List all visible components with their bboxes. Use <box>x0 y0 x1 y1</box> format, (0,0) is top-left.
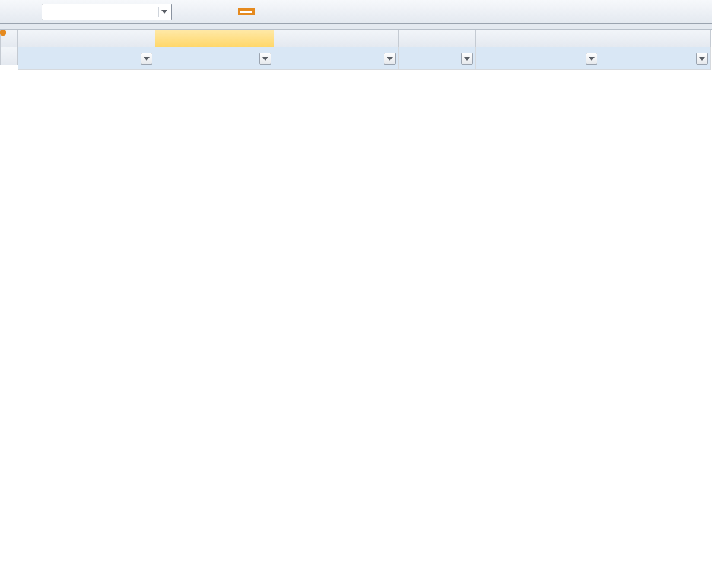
name-box-container <box>0 0 176 23</box>
chevron-down-icon <box>262 57 268 61</box>
svg-marker-6 <box>699 57 705 61</box>
filter-button[interactable] <box>141 53 152 65</box>
filter-button[interactable] <box>461 53 473 65</box>
filter-button[interactable] <box>259 53 271 65</box>
svg-marker-5 <box>589 57 595 61</box>
filter-button[interactable] <box>586 53 597 65</box>
col-header-B[interactable] <box>155 30 274 47</box>
table-header[interactable] <box>600 47 711 70</box>
col-header-F[interactable] <box>600 30 711 47</box>
spreadsheet-grid[interactable] <box>0 30 712 70</box>
col-header-A[interactable] <box>18 30 155 47</box>
name-box-dropdown[interactable] <box>158 7 169 17</box>
name-box[interactable] <box>42 4 172 20</box>
formula-bar[interactable] <box>233 0 712 23</box>
table-header[interactable] <box>399 47 476 70</box>
svg-marker-1 <box>144 57 150 61</box>
fx-button[interactable] <box>212 0 233 23</box>
svg-marker-2 <box>262 57 268 61</box>
table-header[interactable] <box>274 47 399 70</box>
chevron-down-icon <box>144 57 150 61</box>
svg-marker-4 <box>464 57 470 61</box>
formula-text <box>238 8 255 15</box>
row-header[interactable] <box>0 47 18 65</box>
table-header[interactable] <box>18 47 155 70</box>
filter-button[interactable] <box>696 53 708 65</box>
col-header-E[interactable] <box>476 30 600 47</box>
table-header[interactable] <box>155 47 274 70</box>
filter-button[interactable] <box>384 53 396 65</box>
chevron-down-icon <box>589 57 595 61</box>
svg-marker-3 <box>387 57 393 61</box>
spacer-bar <box>0 24 712 30</box>
chevron-down-icon <box>464 57 470 61</box>
chevron-down-icon <box>699 57 705 61</box>
svg-marker-0 <box>161 10 167 14</box>
chevron-down-icon <box>161 10 167 14</box>
table-header[interactable] <box>476 47 600 70</box>
col-header-C[interactable] <box>274 30 399 47</box>
col-header-D[interactable] <box>399 30 476 47</box>
chevron-down-icon <box>387 57 393 61</box>
select-all-corner[interactable] <box>0 30 18 47</box>
formula-bar-row <box>0 0 712 24</box>
